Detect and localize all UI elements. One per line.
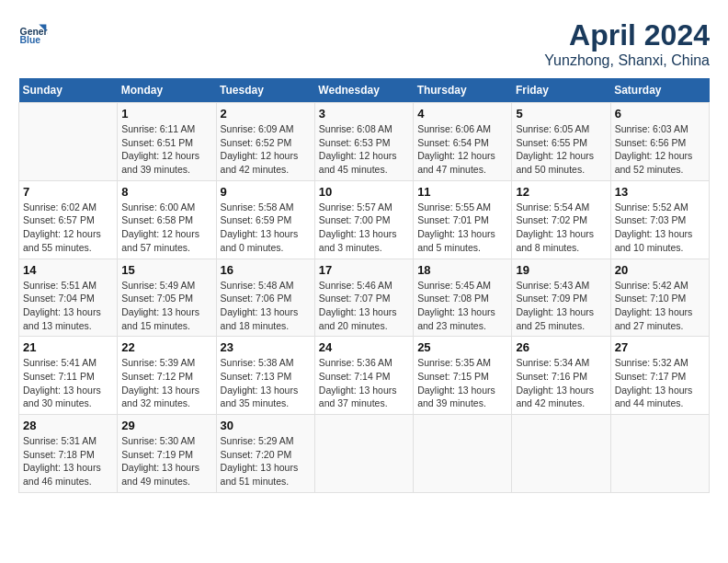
weekday-header: Friday [512,78,610,103]
day-info: Sunrise: 5:55 AM Sunset: 7:01 PM Dayligh… [417,201,507,255]
calendar-cell: 22Sunrise: 5:39 AM Sunset: 7:12 PM Dayli… [118,337,216,415]
day-info: Sunrise: 5:42 AM Sunset: 7:10 PM Dayligh… [615,279,705,333]
calendar-cell: 6Sunrise: 6:03 AM Sunset: 6:56 PM Daylig… [610,103,709,181]
calendar-cell: 16Sunrise: 5:48 AM Sunset: 7:06 PM Dayli… [216,259,314,337]
calendar-cell: 28Sunrise: 5:31 AM Sunset: 7:18 PM Dayli… [19,415,118,493]
day-number: 16 [221,263,311,277]
day-number: 28 [23,419,113,432]
day-info: Sunrise: 5:31 AM Sunset: 7:18 PM Dayligh… [23,434,113,488]
day-info: Sunrise: 6:05 AM Sunset: 6:55 PM Dayligh… [516,122,606,177]
calendar-cell: 25Sunrise: 5:35 AM Sunset: 7:15 PM Dayli… [414,337,512,415]
day-info: Sunrise: 5:46 AM Sunset: 7:07 PM Dayligh… [319,279,409,333]
day-number: 30 [221,419,311,432]
day-number: 19 [516,263,606,277]
title-block: April 2024 Yunzhong, Shanxi, China [544,18,710,69]
calendar-cell: 18Sunrise: 5:45 AM Sunset: 7:08 PM Dayli… [414,259,512,337]
calendar-cell: 10Sunrise: 5:57 AM Sunset: 7:00 PM Dayli… [314,180,413,259]
day-info: Sunrise: 5:54 AM Sunset: 7:02 PM Dayligh… [516,201,606,255]
calendar-cell [610,415,709,493]
day-number: 27 [615,340,705,354]
day-info: Sunrise: 6:06 AM Sunset: 6:54 PM Dayligh… [417,122,507,177]
day-info: Sunrise: 6:02 AM Sunset: 6:57 PM Dayligh… [23,201,113,255]
calendar-cell: 15Sunrise: 5:49 AM Sunset: 7:05 PM Dayli… [118,259,216,337]
day-info: Sunrise: 6:08 AM Sunset: 6:53 PM Dayligh… [319,122,409,177]
day-number: 24 [319,340,409,354]
day-info: Sunrise: 5:35 AM Sunset: 7:15 PM Dayligh… [417,356,507,410]
calendar-cell: 21Sunrise: 5:41 AM Sunset: 7:11 PM Dayli… [19,337,118,415]
weekday-header: Wednesday [314,78,413,103]
page-subtitle: Yunzhong, Shanxi, China [544,52,710,69]
day-info: Sunrise: 6:09 AM Sunset: 6:52 PM Dayligh… [221,122,311,177]
day-number: 29 [121,419,211,432]
calendar-cell: 2Sunrise: 6:09 AM Sunset: 6:52 PM Daylig… [216,103,314,181]
day-info: Sunrise: 5:49 AM Sunset: 7:05 PM Dayligh… [121,279,211,333]
calendar-cell: 13Sunrise: 5:52 AM Sunset: 7:03 PM Dayli… [610,180,709,259]
calendar-cell: 29Sunrise: 5:30 AM Sunset: 7:19 PM Dayli… [118,415,216,493]
day-number: 5 [516,107,606,121]
calendar-cell: 14Sunrise: 5:51 AM Sunset: 7:04 PM Dayli… [19,259,118,337]
calendar-table: SundayMondayTuesdayWednesdayThursdayFrid… [18,78,710,493]
day-number: 8 [121,185,211,199]
calendar-cell: 12Sunrise: 5:54 AM Sunset: 7:02 PM Dayli… [512,180,610,259]
calendar-cell: 17Sunrise: 5:46 AM Sunset: 7:07 PM Dayli… [314,259,413,337]
calendar-cell: 27Sunrise: 5:32 AM Sunset: 7:17 PM Dayli… [610,337,709,415]
day-number: 26 [516,340,606,354]
weekday-header: Monday [118,78,216,103]
day-number: 15 [121,263,211,277]
calendar-cell: 1Sunrise: 6:11 AM Sunset: 6:51 PM Daylig… [118,103,216,181]
logo: General Blue [18,18,48,48]
calendar-cell [512,415,610,493]
header-row: SundayMondayTuesdayWednesdayThursdayFrid… [19,78,710,103]
day-number: 1 [121,107,211,121]
day-number: 21 [23,340,113,354]
page-title: April 2024 [544,18,710,52]
day-number: 3 [319,107,409,121]
day-number: 14 [23,263,113,277]
calendar-cell: 19Sunrise: 5:43 AM Sunset: 7:09 PM Dayli… [512,259,610,337]
day-number: 17 [319,263,409,277]
day-info: Sunrise: 5:39 AM Sunset: 7:12 PM Dayligh… [121,356,211,410]
calendar-cell: 20Sunrise: 5:42 AM Sunset: 7:10 PM Dayli… [610,259,709,337]
day-info: Sunrise: 5:52 AM Sunset: 7:03 PM Dayligh… [615,201,705,255]
calendar-row: 1Sunrise: 6:11 AM Sunset: 6:51 PM Daylig… [19,103,710,181]
calendar-cell: 24Sunrise: 5:36 AM Sunset: 7:14 PM Dayli… [314,337,413,415]
weekday-header: Tuesday [216,78,314,103]
calendar-cell: 4Sunrise: 6:06 AM Sunset: 6:54 PM Daylig… [414,103,512,181]
page-header: General Blue April 2024 Yunzhong, Shanxi… [18,18,710,69]
day-info: Sunrise: 5:58 AM Sunset: 6:59 PM Dayligh… [221,201,311,255]
day-number: 9 [221,185,311,199]
day-number: 22 [121,340,211,354]
day-info: Sunrise: 5:32 AM Sunset: 7:17 PM Dayligh… [615,356,705,410]
calendar-cell [19,103,118,181]
day-number: 20 [615,263,705,277]
day-info: Sunrise: 5:30 AM Sunset: 7:19 PM Dayligh… [121,434,211,488]
calendar-cell [314,415,413,493]
calendar-cell [414,415,512,493]
calendar-cell: 23Sunrise: 5:38 AM Sunset: 7:13 PM Dayli… [216,337,314,415]
day-info: Sunrise: 5:51 AM Sunset: 7:04 PM Dayligh… [23,279,113,333]
day-info: Sunrise: 5:38 AM Sunset: 7:13 PM Dayligh… [221,356,311,410]
calendar-cell: 8Sunrise: 6:00 AM Sunset: 6:58 PM Daylig… [118,180,216,259]
weekday-header: Thursday [414,78,512,103]
calendar-row: 14Sunrise: 5:51 AM Sunset: 7:04 PM Dayli… [19,259,710,337]
day-info: Sunrise: 5:57 AM Sunset: 7:00 PM Dayligh… [319,201,409,255]
day-info: Sunrise: 6:11 AM Sunset: 6:51 PM Dayligh… [121,122,211,177]
day-number: 4 [417,107,507,121]
day-number: 23 [221,340,311,354]
day-number: 6 [615,107,705,121]
calendar-cell: 3Sunrise: 6:08 AM Sunset: 6:53 PM Daylig… [314,103,413,181]
day-number: 2 [221,107,311,121]
day-info: Sunrise: 5:34 AM Sunset: 7:16 PM Dayligh… [516,356,606,410]
svg-text:Blue: Blue [20,35,41,45]
calendar-row: 28Sunrise: 5:31 AM Sunset: 7:18 PM Dayli… [19,415,710,493]
calendar-cell: 7Sunrise: 6:02 AM Sunset: 6:57 PM Daylig… [19,180,118,259]
calendar-cell: 5Sunrise: 6:05 AM Sunset: 6:55 PM Daylig… [512,103,610,181]
calendar-cell: 26Sunrise: 5:34 AM Sunset: 7:16 PM Dayli… [512,337,610,415]
calendar-row: 7Sunrise: 6:02 AM Sunset: 6:57 PM Daylig… [19,180,710,259]
day-info: Sunrise: 5:43 AM Sunset: 7:09 PM Dayligh… [516,279,606,333]
weekday-header: Sunday [19,78,118,103]
day-info: Sunrise: 5:29 AM Sunset: 7:20 PM Dayligh… [221,434,311,488]
day-number: 25 [417,340,507,354]
day-info: Sunrise: 5:41 AM Sunset: 7:11 PM Dayligh… [23,356,113,410]
calendar-cell: 30Sunrise: 5:29 AM Sunset: 7:20 PM Dayli… [216,415,314,493]
